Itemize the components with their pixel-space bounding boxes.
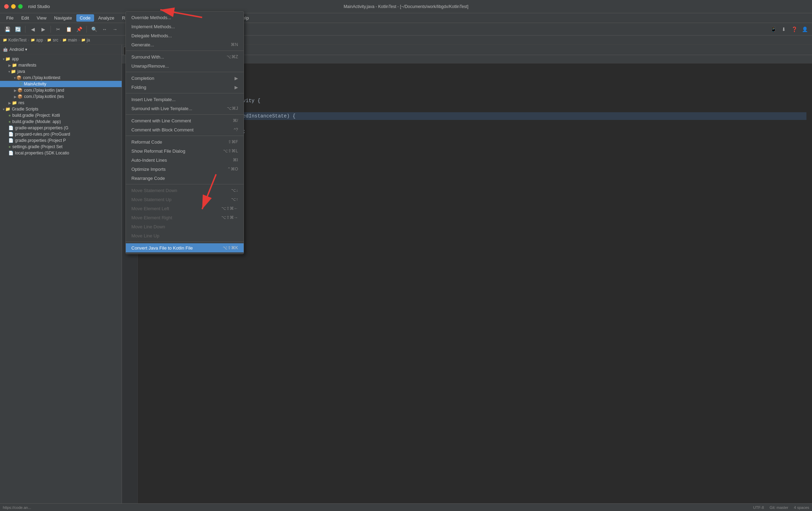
toolbar-help-btn[interactable]: ❓ — [790, 25, 799, 34]
minimize-button[interactable] — [11, 4, 16, 9]
menu-label-generate: Generate... — [131, 42, 225, 47]
menu-entry-surround[interactable]: Surround With... ⌥⌘Z — [126, 52, 244, 61]
toolbar-avd-btn[interactable]: ⬇ — [779, 25, 788, 34]
breadcrumb-ja[interactable]: 📁 ja — [81, 38, 90, 43]
menu-label-move-elem-left: Move Element Left — [131, 206, 216, 211]
tree-item-java[interactable]: ▾ 📁 java — [0, 68, 122, 75]
tree-item-proguard[interactable]: 📄 proguard-rules.pro (ProGuard — [0, 131, 122, 137]
toolbar-cut-btn[interactable]: ✂ — [54, 25, 63, 34]
toolbar-profile-btn[interactable]: 👤 — [800, 25, 809, 34]
toolbar-navigate-btn[interactable]: → — [110, 25, 120, 34]
toolbar-back-btn[interactable]: ◀ — [28, 25, 37, 34]
menu-entry-move-elem-left: Move Element Left ⌥⇧⌘← — [126, 204, 244, 213]
tree-item-gradle-wrapper[interactable]: 📄 gradle-wrapper.properties (G — [0, 125, 122, 131]
breadcrumb-app-icon: 📁 — [31, 38, 35, 42]
menu-edit[interactable]: Edit — [18, 14, 32, 22]
close-button[interactable] — [4, 4, 9, 9]
toolbar-sdk-btn[interactable]: 📱 — [769, 25, 778, 34]
tree-label-app: app — [12, 56, 19, 61]
menu-entry-delegate[interactable]: Delegate Methods... — [126, 31, 244, 40]
menu-label-implement: Implement Methods... — [131, 24, 238, 29]
toolbar-save-btn[interactable]: 💾 — [3, 25, 12, 34]
tree-arrow-pkg-tes: ▶ — [14, 95, 17, 99]
breadcrumb-main[interactable]: 📁 main — [62, 38, 77, 43]
menu-entry-implement[interactable]: Implement Methods... — [126, 22, 244, 31]
tree-item-build-gradle-proj[interactable]: ● build.gradle (Project: Kotli — [0, 112, 122, 119]
tree-item-local-props[interactable]: 📄 local.properties (SDK Locatio — [0, 150, 122, 156]
breadcrumb-ja-icon: 📁 — [81, 38, 85, 42]
dropdown-menu-panel: Override Methods... Implement Methods...… — [125, 11, 244, 254]
toolbar-sep-2 — [51, 26, 51, 33]
menu-entry-unwrap[interactable]: Unwrap/Remove... — [126, 61, 244, 70]
tree-item-app[interactable]: ▾ 📁 app — [0, 56, 122, 62]
tree-item-manifests[interactable]: ▶ 📁 manifests — [0, 62, 122, 68]
tree-label-build-gradle-proj: build.gradle (Project: Kotli — [12, 113, 60, 118]
tree-item-gradle-props[interactable]: 📄 gradle.properties (Project P — [0, 137, 122, 144]
menu-entry-override[interactable]: Override Methods... — [126, 13, 244, 22]
folder-icon-app: 📁 — [5, 56, 10, 61]
tree-item-gradle-scripts[interactable]: ▾ 📁 Gradle Scripts — [0, 106, 122, 112]
menu-label-move-elem-right: Move Element Right — [131, 215, 216, 220]
menu-navigate[interactable]: Navigate — [51, 14, 75, 22]
menu-entry-convert-kotlin[interactable]: Convert Java File to Kotlin File ⌥⇧⌘K — [126, 243, 244, 252]
toolbar-replace-btn[interactable]: ↔ — [100, 25, 109, 34]
tree-item-package-tes[interactable]: ▶ 📦 com.i7play.kotlint (tes — [0, 93, 122, 100]
menu-entry-move-elem-right: Move Element Right ⌥⇧⌘→ — [126, 213, 244, 222]
menu-entry-auto-indent[interactable]: Auto-Indent Lines ⌘I — [126, 155, 244, 165]
title-bar: roid Studio MainActivity.java - KotlinTe… — [0, 0, 812, 13]
menu-entry-surround-live[interactable]: Surround with Live Template... ⌥⌘J — [126, 104, 244, 113]
menu-file[interactable]: File — [3, 14, 17, 22]
tree-item-package[interactable]: ▾ 📦 com.i7play.kotlintest — [0, 75, 122, 81]
tree-label-mainactivity: MainActivity — [24, 82, 46, 86]
menu-view[interactable]: View — [33, 14, 50, 22]
toolbar-forward-btn[interactable]: ▶ — [39, 25, 48, 34]
android-label: Android — [9, 47, 24, 52]
toolbar-copy-btn[interactable]: 📋 — [64, 25, 73, 34]
breadcrumb-src[interactable]: 📁 src — [47, 38, 58, 43]
android-dropdown[interactable]: 🤖 Android ▾ — [3, 47, 27, 52]
shortcut-surround: ⌥⌘Z — [227, 54, 238, 59]
shortcut-convert-kotlin: ⌥⇧⌘K — [223, 245, 238, 250]
tree-label-package: com.i7play.kotlintest — [23, 75, 60, 80]
menu-entry-show-reformat[interactable]: Show Reformat File Dialog ⌥⇧⌘L — [126, 146, 244, 155]
menu-entry-reformat[interactable]: Reformat Code ⇧⌘F — [126, 137, 244, 146]
menu-label-convert-kotlin: Convert Java File to Kotlin File — [131, 245, 217, 251]
menu-sep-5 — [126, 136, 244, 136]
tree-item-mainactivity[interactable]: © MainActivity — [0, 81, 122, 87]
breadcrumb-app[interactable]: 📁 app — [31, 38, 43, 43]
traffic-lights — [4, 4, 23, 9]
shortcut-surround-live: ⌥⌘J — [227, 106, 238, 111]
menu-analyze[interactable]: Analyze — [95, 14, 118, 22]
menu-code[interactable]: Code — [76, 14, 94, 22]
menu-entry-move-line-up: Move Line Up — [126, 231, 244, 240]
toolbar-sync-btn[interactable]: 🔄 — [13, 25, 22, 34]
folder-icon-pkg-tes: 📦 — [17, 94, 23, 99]
menu-entry-completion[interactable]: Completion ▶ — [126, 74, 244, 83]
breadcrumb-kotlintest[interactable]: 📁 KotlinTest — [3, 38, 26, 43]
tree-item-settings-gradle[interactable]: ● settings.gradle (Project Set — [0, 144, 122, 150]
tree-arrow-pkg-and: ▶ — [14, 89, 17, 92]
menu-entry-folding[interactable]: Folding ▶ — [126, 83, 244, 92]
menu-entry-generate[interactable]: Generate... ⌘N — [126, 40, 244, 49]
status-url: https://code.an... — [3, 505, 31, 510]
tree-item-package-and[interactable]: ▶ 📦 com.i7play.kotlin (and — [0, 87, 122, 93]
menu-sep-1 — [126, 51, 244, 51]
toolbar-paste-btn[interactable]: 📌 — [75, 25, 84, 34]
toolbar-search-btn[interactable]: 🔍 — [90, 25, 99, 34]
tree-item-build-gradle-app[interactable]: ● build.gradle (Module: app) — [0, 119, 122, 125]
menu-sep-6 — [126, 184, 244, 184]
shortcut-generate: ⌘N — [231, 42, 238, 47]
tree-label-proguard: proguard-rules.pro (ProGuard — [15, 132, 70, 137]
menu-entry-optimize[interactable]: Optimize Imports ⌃⌘O — [126, 165, 244, 174]
folder-icon-package: 📦 — [16, 75, 22, 80]
menu-entry-insert-live[interactable]: Insert Live Template... — [126, 95, 244, 104]
file-icon-gradle-wrapper: 📄 — [8, 125, 14, 130]
tree-label-res: res — [18, 100, 24, 105]
folder-icon-java: 📁 — [11, 69, 16, 74]
menu-entry-comment-line[interactable]: Comment with Line Comment ⌘/ — [126, 116, 244, 125]
menu-entry-rearrange[interactable]: Rearrange Code — [126, 174, 244, 183]
tree-item-res[interactable]: ▶ 📁 res — [0, 100, 122, 106]
status-bar: https://code.an... UTF-8 Git: master 4 s… — [0, 503, 812, 511]
menu-entry-comment-block[interactable]: Comment with Block Comment ^? — [126, 125, 244, 134]
maximize-button[interactable] — [18, 4, 23, 9]
